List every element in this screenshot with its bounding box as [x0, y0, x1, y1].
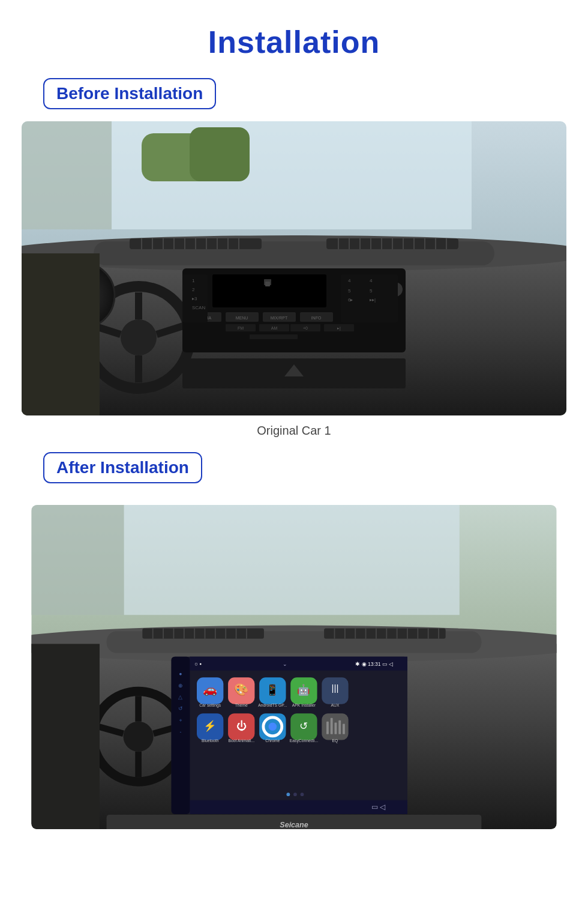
svg-point-153	[269, 723, 277, 731]
svg-text:●: ●	[179, 671, 182, 677]
svg-rect-85	[31, 505, 124, 615]
before-badge-text: Before Installation	[56, 84, 203, 103]
svg-text:⌄: ⌄	[283, 661, 287, 667]
svg-text:EasyConnecti...: EasyConnecti...	[290, 738, 318, 743]
svg-text:MENU: MENU	[236, 316, 248, 320]
svg-text:MIX/RPT: MIX/RPT	[271, 316, 288, 320]
svg-rect-159	[326, 722, 329, 734]
svg-rect-162	[338, 720, 341, 734]
svg-text:|||: |||	[331, 683, 338, 693]
svg-text:↺: ↺	[178, 705, 183, 711]
svg-text:Car settings: Car settings	[199, 703, 221, 708]
svg-text:📱: 📱	[266, 683, 279, 696]
after-car-image: ● ⊕ △ ↺ + - ○ ▪ ⌄ ✱ ◉ 13:31 ▭ ◁ 🚗 C	[22, 505, 566, 829]
after-badge: After Installation	[43, 452, 202, 483]
svg-text:▸|: ▸|	[337, 326, 341, 331]
svg-rect-80	[22, 253, 100, 415]
svg-text:Chrome: Chrome	[265, 738, 280, 743]
before-car-image: 60 80 100 40 120 20 140 MEDIA MENU M	[22, 121, 566, 415]
svg-text:+: +	[179, 717, 182, 723]
svg-rect-77	[250, 334, 298, 339]
svg-text:Theme: Theme	[235, 703, 248, 707]
svg-text:⏻: ⏻	[236, 720, 247, 732]
svg-rect-3	[22, 121, 112, 229]
svg-text:▸▸|: ▸▸|	[370, 297, 376, 303]
svg-rect-84	[124, 505, 460, 615]
svg-point-168	[293, 793, 297, 796]
svg-text:🎨: 🎨	[234, 683, 249, 696]
after-section: After Installation	[0, 452, 588, 495]
svg-text:⊕: ⊕	[178, 683, 183, 689]
after-badge-text: After Installation	[56, 458, 189, 477]
page-title: Installation	[208, 24, 380, 60]
svg-text:2: 2	[192, 287, 195, 292]
svg-point-33	[121, 319, 157, 355]
svg-rect-172	[31, 644, 100, 829]
svg-rect-161	[335, 723, 337, 734]
svg-text:Bluetooth: Bluetooth	[202, 738, 219, 743]
svg-text:▸3: ▸3	[192, 296, 197, 301]
svg-text:INFO: INFO	[311, 316, 322, 320]
svg-text:APK Installer: APK Installer	[292, 703, 316, 707]
svg-text:○  ▪: ○ ▪	[194, 660, 202, 667]
svg-text:6▸: 6▸	[348, 297, 353, 303]
page-container: Installation Before Installation	[0, 0, 588, 829]
svg-text:-: -	[180, 729, 182, 735]
svg-text:5: 5	[348, 288, 351, 294]
svg-text:🚗: 🚗	[203, 683, 218, 696]
svg-text:🤖: 🤖	[297, 683, 310, 696]
svg-text:⚡: ⚡	[203, 719, 217, 732]
before-image-container: 60 80 100 40 120 20 140 MEDIA MENU M	[22, 121, 566, 452]
svg-rect-89	[142, 628, 264, 638]
svg-rect-90	[324, 628, 446, 638]
svg-text:SCAN: SCAN	[192, 305, 205, 310]
after-image-container: ● ⊕ △ ↺ + - ○ ▪ ⌄ ✱ ◉ 13:31 ▭ ◁ 🚗 C	[22, 505, 566, 829]
svg-text:Seicane: Seicane	[280, 821, 308, 829]
svg-text:4: 4	[348, 278, 351, 283]
svg-point-169	[301, 793, 304, 796]
svg-text:AndroidTS GP...: AndroidTS GP...	[258, 703, 287, 707]
svg-text:▭  ◁: ▭ ◁	[371, 803, 386, 811]
svg-text:Boot Animati...: Boot Animati...	[228, 738, 254, 743]
svg-text:FM: FM	[238, 326, 244, 330]
svg-text:AUX: AUX	[331, 703, 340, 707]
svg-text:↺: ↺	[299, 720, 308, 732]
svg-rect-160	[331, 718, 333, 734]
svg-text:AM: AM	[271, 326, 278, 330]
svg-rect-5	[190, 127, 250, 181]
svg-rect-163	[343, 724, 345, 734]
before-badge: Before Installation	[43, 78, 216, 109]
svg-text:✱ ◉ 13:31 ▭ ◁: ✱ ◉ 13:31 ▭ ◁	[355, 661, 393, 667]
svg-rect-119	[172, 657, 190, 814]
svg-rect-46	[265, 282, 270, 286]
svg-text:+0: +0	[303, 326, 308, 330]
svg-text:EQ: EQ	[332, 738, 338, 743]
svg-text:1: 1	[192, 278, 195, 283]
svg-text:4: 4	[370, 278, 373, 283]
svg-point-167	[286, 793, 290, 796]
svg-point-113	[124, 722, 154, 752]
svg-text:5: 5	[370, 288, 373, 294]
svg-text:△: △	[179, 694, 183, 700]
before-section: Before Installation	[0, 78, 588, 121]
before-image-caption: Original Car 1	[22, 424, 566, 438]
